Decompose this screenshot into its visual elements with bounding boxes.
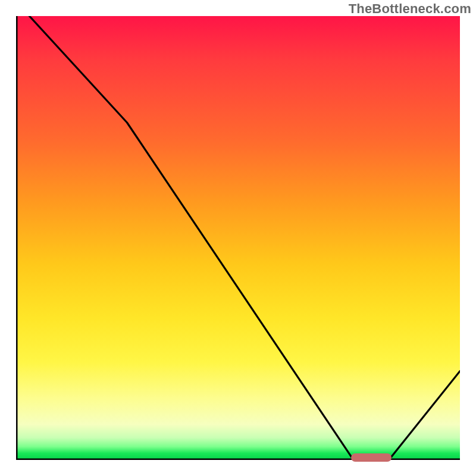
heat-gradient-background — [16, 16, 460, 460]
plot-area — [16, 16, 460, 460]
chart-container: TheBottleneck.com — [0, 0, 476, 476]
watermark-text: TheBottleneck.com — [349, 1, 471, 17]
optimal-range-marker — [351, 453, 392, 462]
